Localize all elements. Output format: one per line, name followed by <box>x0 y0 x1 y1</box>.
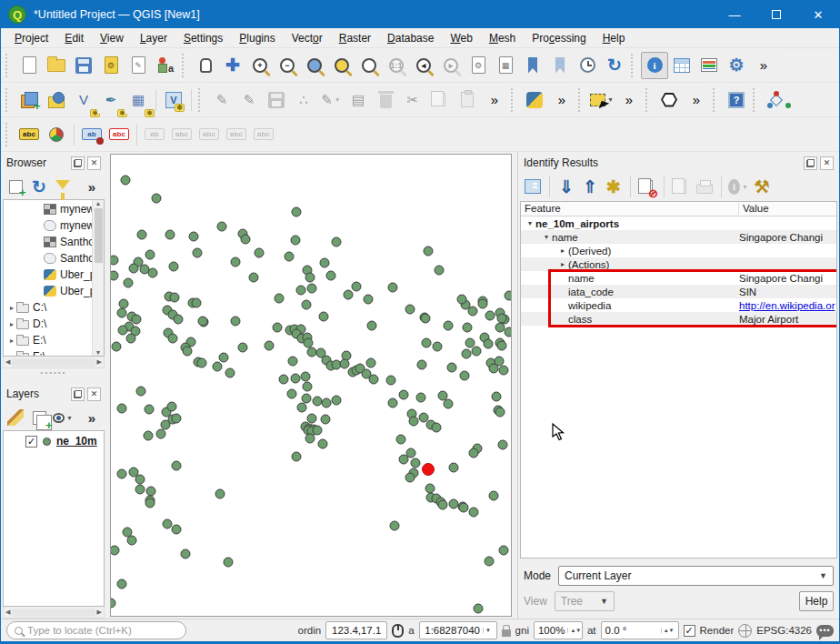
show-hidden-labels-button[interactable]: abc <box>168 121 195 148</box>
identify-mode-button[interactable]: i▼ <box>727 176 749 197</box>
browser-item-uberp[interactable]: Uber_p <box>4 267 92 283</box>
vertex-tool-button[interactable]: ✎▼ <box>317 86 345 114</box>
zoom-native-button[interactable]: 1:1 <box>383 52 410 79</box>
toolbar-overflow-button[interactable]: » <box>615 86 643 114</box>
menu-processing[interactable]: Processing <box>524 30 594 46</box>
toolbar-overflow-button[interactable]: » <box>481 86 508 114</box>
menu-project[interactable]: Project <box>6 30 56 46</box>
pin-labels-button[interactable]: ab <box>141 121 168 148</box>
toggle-editing-button[interactable]: ✎ <box>208 86 235 114</box>
view-combobox[interactable]: Tree ▼ <box>555 591 615 611</box>
identify-row-name[interactable]: ▾nameSingapore Changi <box>521 230 836 244</box>
save-edits-button[interactable] <box>263 86 290 114</box>
new-map-view-button[interactable]: ⚙ <box>465 52 492 79</box>
scroll-right-icon[interactable]: ▶ <box>97 358 102 366</box>
panel-overflow-button[interactable]: » <box>81 176 103 197</box>
paste-features-button[interactable] <box>454 86 481 114</box>
identify-close-button[interactable]: ✕ <box>820 156 834 170</box>
lock-scale-icon[interactable] <box>502 629 511 637</box>
identify-features-button[interactable]: i <box>641 52 668 79</box>
identify-row-iatacode[interactable]: iata_codeSIN <box>521 285 836 298</box>
identify-row-name[interactable]: nameSingapore Changi <box>521 271 836 285</box>
new-memory-layer-button[interactable]: ▦ <box>125 86 152 114</box>
menu-layer[interactable]: Layer <box>132 30 175 46</box>
expand-arrow-icon[interactable]: ▾ <box>541 233 552 241</box>
browser-horizontal-scrollbar[interactable]: ◀ ▶ <box>3 357 105 368</box>
add-group-button[interactable] <box>28 407 50 428</box>
copy-features-button[interactable] <box>426 86 454 114</box>
minimize-button[interactable]: — <box>714 1 755 28</box>
menu-vector[interactable]: Vector <box>284 30 331 46</box>
toolbar-grip[interactable] <box>511 88 518 112</box>
edit-button[interactable]: ✎ <box>235 86 263 114</box>
browser-item-e[interactable]: ▸E:\ <box>4 332 92 348</box>
toolbar-grip[interactable] <box>578 88 585 112</box>
toolbar-grip[interactable] <box>5 123 13 146</box>
menu-mesh[interactable]: Mesh <box>481 30 524 46</box>
scrollbar-thumb[interactable] <box>12 609 95 617</box>
browser-item-c[interactable]: ▸C:\ <box>4 299 92 316</box>
menu-view[interactable]: View <box>92 30 132 46</box>
new-bookmark-button[interactable] <box>519 52 546 79</box>
zoom-to-layer-button[interactable] <box>328 52 355 79</box>
locator-search-input[interactable]: Type to locate (Ctrl+K) <box>6 621 186 639</box>
select-features-button[interactable]: ▼ <box>588 86 615 114</box>
temporal-controller-button[interactable] <box>574 52 601 79</box>
identify-row-class[interactable]: classMajor Airport <box>521 312 836 326</box>
rotation-spinbox[interactable]: 0.0 ° ▲▼ <box>601 621 679 639</box>
highlight-labels-button[interactable]: abc <box>105 121 133 148</box>
toolbar-overflow-button[interactable]: » <box>750 52 777 79</box>
toolbar-grip[interactable] <box>753 88 760 112</box>
layers-close-button[interactable]: ✕ <box>87 387 101 401</box>
browser-close-button[interactable]: ✕ <box>87 156 101 170</box>
help-button[interactable]: Help <box>799 591 834 611</box>
scrollbar-thumb[interactable] <box>95 208 103 263</box>
zoom-last-button[interactable]: ◂ <box>410 52 437 79</box>
browser-item-santho[interactable]: Santho <box>4 234 92 250</box>
attribute-table-button[interactable] <box>668 52 695 79</box>
manage-visibility-button[interactable]: ▼ <box>52 407 74 428</box>
layer-labeling-button[interactable]: abc <box>15 121 43 148</box>
new-virtual-layer-button[interactable]: V <box>160 86 187 114</box>
open-project-button[interactable] <box>43 52 70 79</box>
browser-item-f[interactable]: ▸F:\ <box>4 348 92 356</box>
close-button[interactable]: ✕ <box>797 1 839 28</box>
scrollbar-thumb[interactable] <box>12 358 95 367</box>
expand-arrow-icon[interactable]: ▸ <box>7 304 16 312</box>
refresh-browser-button[interactable]: ↻ <box>28 176 50 197</box>
scroll-up-icon[interactable]: ▲ <box>95 200 102 206</box>
filter-browser-button[interactable] <box>52 176 74 197</box>
panel-overflow-button[interactable]: » <box>81 407 103 428</box>
identify-row-actions[interactable]: ▸(Actions) <box>521 257 836 271</box>
toolbar-grip[interactable] <box>631 54 638 77</box>
identify-row-ne10mairports[interactable]: ▾ne_10m_airports <box>521 216 836 230</box>
scroll-left-icon[interactable]: ◀ <box>5 609 10 616</box>
zoom-full-button[interactable] <box>301 52 328 79</box>
menu-web[interactable]: Web <box>442 30 480 46</box>
add-selected-layers-button[interactable] <box>5 176 26 197</box>
value-link[interactable]: http://en.wikipedia.or <box>739 300 835 311</box>
layer-styling-button[interactable] <box>5 407 26 428</box>
show-layout-manager-button[interactable]: ✎ <box>125 52 152 79</box>
pan-map-button[interactable] <box>192 52 219 79</box>
zoom-in-button[interactable]: + <box>246 52 274 79</box>
layer-item-ne-10m[interactable]: ✓ ne_10m <box>4 433 104 449</box>
zoom-next-button[interactable]: ▸ <box>437 52 465 79</box>
toolbar-overflow-button[interactable]: » <box>683 86 710 114</box>
scroll-down-icon[interactable]: ▼ <box>95 349 102 356</box>
new-geopackage-layer-button[interactable]: ✒ <box>97 86 125 114</box>
spinner-arrows-icon[interactable]: ▲▼ <box>567 628 581 634</box>
crs-globe-icon[interactable] <box>738 624 752 638</box>
move-label-button[interactable]: abc <box>195 121 223 148</box>
browser-item-d[interactable]: ▸D:\ <box>4 316 92 332</box>
menu-edit[interactable]: Edit <box>56 30 92 46</box>
browser-float-button[interactable] <box>71 156 85 170</box>
expand-arrow-icon[interactable]: ▸ <box>7 320 16 328</box>
cut-features-button[interactable]: ✂ <box>399 86 426 114</box>
expand-arrow-icon[interactable]: ▸ <box>7 337 16 345</box>
zoom-to-selection-button[interactable] <box>355 52 383 79</box>
layer-visibility-checkbox[interactable]: ✓ <box>25 436 37 448</box>
render-checkbox[interactable]: ✓ <box>684 625 695 637</box>
new-3d-map-view-button[interactable]: ▦ <box>492 52 519 79</box>
menu-database[interactable]: Database <box>379 30 442 46</box>
